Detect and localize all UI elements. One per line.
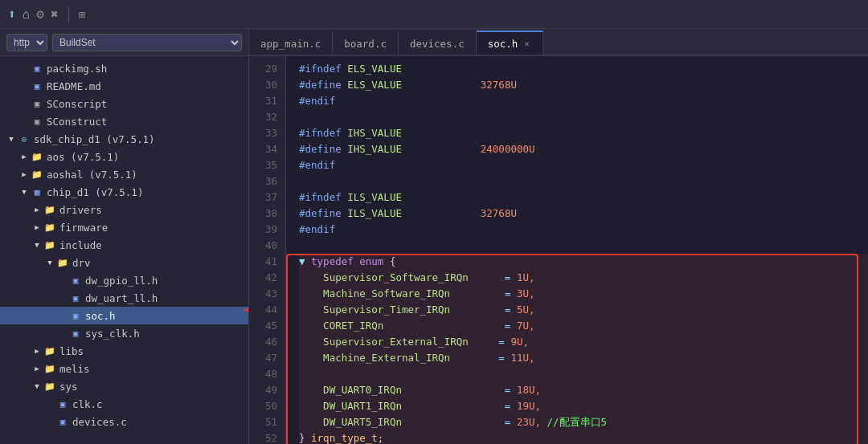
tree-item-sysclk[interactable]: ▣ sys_clk.h — [0, 324, 248, 342]
tab-close-button[interactable]: ✕ — [522, 37, 531, 51]
code-token: 32768U — [402, 207, 517, 219]
tree-item-devicesc[interactable]: ▣ devices.c — [0, 413, 248, 430]
tree-item-libs[interactable]: ▶ 📁 libs — [0, 342, 248, 360]
tab-board[interactable]: board.c — [333, 31, 399, 55]
code-token: enum — [359, 255, 383, 267]
code-line — [299, 109, 868, 125]
code-token: #ifndef — [299, 191, 347, 203]
tree-item-aoshal[interactable]: ▶ 📁 aoshal (v7.5.1) — [0, 165, 248, 183]
code-line: #endif — [299, 93, 868, 109]
line-number: 29 — [249, 61, 277, 77]
tree-arrow-expanded: ▼ — [32, 381, 42, 391]
tree-arrow — [58, 275, 68, 285]
tree-item-sys[interactable]: ▼ 📁 sys — [0, 377, 248, 395]
line-numbers: 2930313233343536373839404142434445464748… — [249, 56, 286, 444]
tree-item-packimg[interactable]: ▣ packimg.sh — [0, 59, 248, 77]
tree-item-dw-uart[interactable]: ▣ dw_uart_ll.h — [0, 289, 248, 307]
tree-label: aoshal (v7.5.1) — [47, 169, 137, 181]
tab-app-main[interactable]: app_main.c — [249, 31, 333, 55]
code-token: 3U, — [517, 287, 535, 299]
tree-label: firmware — [59, 222, 108, 234]
code-token: ELS_VALUE — [347, 63, 402, 75]
code-line: DW_UART5_IRQn = 23U, //配置串口5 — [299, 414, 868, 430]
file-icon: ▣ — [31, 115, 43, 128]
tree-arrow: ▶ — [32, 205, 42, 214]
tree-label: packimg.sh — [47, 63, 107, 75]
code-token: #endif — [299, 95, 335, 107]
tree-item-readme[interactable]: ▣ README.md — [0, 77, 248, 95]
tree-arrow — [58, 328, 68, 338]
file-icon: ▣ — [69, 274, 82, 287]
code-token: = — [402, 384, 517, 396]
tree-arrow-expanded: ▼ — [6, 134, 16, 144]
code-token: #ifndef — [299, 63, 347, 75]
code-line: DW_UART1_IRQn = 19U, — [299, 398, 868, 414]
code-line: Supervisor_External_IRQn = 9U, — [299, 334, 868, 350]
folder-icon: 📁 — [43, 203, 56, 216]
code-content[interactable]: #ifndef ELS_VALUE#define ELS_VALUE 32768… — [286, 56, 868, 444]
tree-item-chipd1[interactable]: ▼ ▦ chip_d1 (v7.5.1) — [0, 183, 248, 201]
line-number: 32 — [249, 109, 277, 125]
folder-icon: 📁 — [43, 344, 56, 357]
line-number: 35 — [249, 157, 277, 173]
tree-label: libs — [59, 345, 84, 357]
code-line: Machine_External_IRQn = 11U, — [299, 350, 868, 366]
code-line: #ifndef IHS_VALUE — [299, 125, 868, 141]
tree-item-aos[interactable]: ▶ 📁 aos (v7.5.1) — [0, 148, 248, 165]
code-token: Machine_Software_IRQn — [299, 287, 450, 299]
tree-arrow — [19, 116, 29, 126]
code-line: Supervisor_Timer_IRQn = 5U, — [299, 302, 868, 318]
gear-icon: ⊙ — [18, 132, 31, 145]
code-token: ILS_VALUE — [347, 207, 402, 219]
code-line: #ifndef ILS_VALUE — [299, 189, 868, 206]
code-line — [299, 173, 868, 189]
tab-devices[interactable]: devices.c — [399, 31, 477, 55]
code-token: DW_UART1_IRQn — [299, 400, 402, 412]
nav-icon-2: ⌂ — [23, 6, 31, 22]
tree-item-sdk[interactable]: ▼ ⊙ sdk_chip_d1 (v7.5.1) — [0, 130, 248, 148]
code-token: Supervisor_Timer_IRQn — [299, 303, 450, 316]
buildset-select[interactable]: BuildSet — [52, 34, 242, 51]
tree-label: sdk_chip_d1 (v7.5.1) — [34, 133, 155, 145]
main-layout: http BuildSet ▣ packimg.sh ▣ README.md — [0, 29, 868, 444]
code-token: = — [469, 336, 511, 348]
code-token: Supervisor_External_IRQn — [299, 336, 469, 348]
line-number: 52 — [249, 430, 277, 444]
code-token: ILS_VALUE — [347, 191, 402, 203]
file-icon: ▣ — [69, 291, 82, 304]
tree-label: sys_clk.h — [85, 328, 140, 340]
folder-icon: 📁 — [43, 380, 56, 393]
code-token: = — [469, 271, 517, 283]
tree-arrow-expanded: ▼ — [32, 240, 42, 250]
code-token: #endif — [299, 223, 335, 235]
tab-label: devices.c — [410, 38, 465, 50]
tree-item-drivers[interactable]: ▶ 📁 drivers — [0, 201, 248, 218]
tab-soch[interactable]: soc.h ✕ — [477, 31, 543, 55]
tree-item-sconstruct[interactable]: ▣ SConstruct — [0, 112, 248, 130]
line-number: 37 — [249, 189, 277, 206]
line-number: 36 — [249, 173, 277, 189]
tree-item-sconscript[interactable]: ▣ SConscript — [0, 95, 248, 112]
tree-arrow: ▶ — [19, 169, 29, 179]
tree-item-firmware[interactable]: ▶ 📁 firmware — [0, 218, 248, 236]
tree-item-drv[interactable]: ▼ 📁 drv — [0, 254, 248, 271]
code-line: ▼ typedef enum { — [299, 254, 868, 270]
tree-label: drivers — [59, 204, 102, 216]
sidebar: http BuildSet ▣ packimg.sh ▣ README.md — [0, 29, 249, 444]
tab-label: app_main.c — [260, 38, 321, 50]
tree-item-clkc[interactable]: ▣ clk.c — [0, 395, 248, 413]
tree-item-include[interactable]: ▼ 📁 include — [0, 236, 248, 254]
tree-item-melis[interactable]: ▶ 📁 melis — [0, 360, 248, 377]
tree-arrow — [19, 99, 29, 108]
code-token: 24000000U — [402, 143, 535, 155]
code-line: #define ILS_VALUE 32768U — [299, 206, 868, 222]
code-token: = — [383, 320, 517, 332]
tree-label: clk.c — [72, 398, 103, 410]
code-token: ; — [378, 432, 384, 444]
tree-arrow-expanded: ▼ — [45, 258, 55, 267]
code-token: 18U, — [517, 384, 541, 396]
line-number: 30 — [249, 77, 277, 93]
protocol-select[interactable]: http — [6, 34, 47, 51]
editor-area: app_main.c board.c devices.c soc.h ✕ 293… — [249, 29, 868, 444]
code-token: ELS_VALUE — [347, 79, 402, 91]
